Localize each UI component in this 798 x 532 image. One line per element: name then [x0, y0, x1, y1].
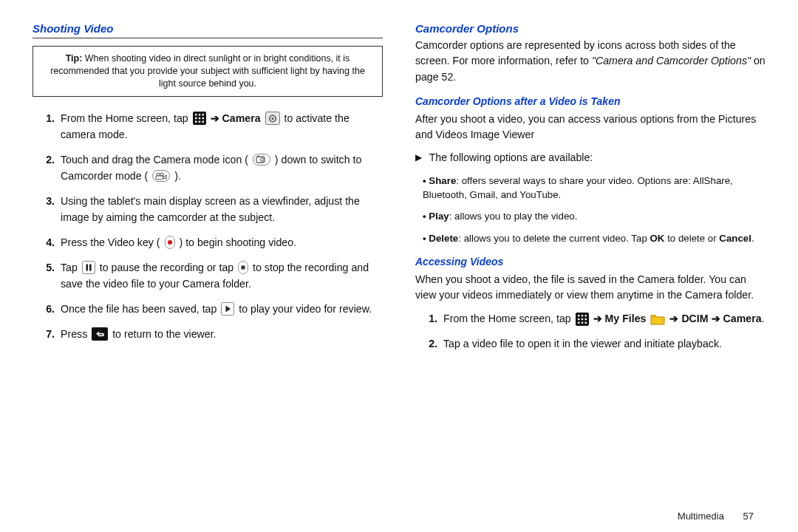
label: Share [429, 175, 456, 186]
text: Using the tablet's main display screen a… [61, 195, 360, 223]
svg-rect-16 [257, 155, 259, 157]
text: : allows you to play the video. [449, 211, 578, 222]
after-video-para: After you shoot a video, you can access … [415, 112, 765, 143]
heading-shooting-video: Shooting Video [33, 22, 383, 35]
svg-rect-9 [202, 120, 203, 122]
camera-mode-icon [253, 154, 270, 166]
text: From the Home screen, tap [443, 313, 574, 324]
arrow: ➔ [669, 313, 681, 324]
svg-point-12 [271, 117, 273, 120]
step-7: Press to return to the viewer. [58, 326, 383, 342]
back-key-icon [92, 327, 108, 341]
svg-rect-35 [581, 318, 582, 319]
stop-icon [238, 261, 248, 274]
text: Press the Video key ( [61, 236, 160, 248]
text: to delete or [664, 233, 719, 244]
accessing-steps: From the Home screen, tap ➔ My Files ➔ D… [415, 310, 765, 352]
option-delete: Delete: allows you to delete the current… [423, 231, 765, 245]
rule [33, 38, 383, 38]
step-3: Using the tablet's main display screen a… [58, 193, 383, 225]
heading-camcorder-options: Camcorder Options [415, 22, 765, 35]
step-4: Press the Video key ( ) to begin shootin… [58, 234, 383, 250]
svg-rect-13 [253, 154, 270, 165]
svg-rect-8 [198, 120, 200, 122]
svg-rect-34 [578, 318, 579, 319]
svg-rect-7 [195, 120, 197, 122]
svg-rect-25 [89, 264, 92, 270]
cancel-label: Cancel [719, 233, 751, 244]
svg-rect-37 [578, 321, 579, 323]
page: Shooting Video Tip: When shooting video … [0, 0, 798, 361]
option-play: Play: allows you to play the video. [423, 209, 765, 223]
page-footer: Multimedia 57 [678, 511, 754, 522]
svg-rect-5 [198, 117, 200, 119]
left-column: Shooting Video Tip: When shooting video … [33, 22, 383, 361]
pause-icon [82, 261, 95, 274]
svg-rect-32 [581, 315, 582, 316]
step-2: Touch and drag the Camera mode icon ( ) … [58, 151, 383, 184]
text: ). [174, 170, 181, 182]
svg-rect-6 [202, 117, 203, 119]
svg-point-22 [168, 240, 172, 245]
text: . [762, 313, 765, 324]
text: The following options are available: [429, 151, 593, 163]
play-icon [221, 302, 234, 316]
right-column: Camcorder Options Camcorder options are … [415, 22, 765, 361]
text: to return to the viewer. [112, 328, 216, 340]
svg-rect-40 [651, 315, 656, 317]
triangle-bullet-icon: ▶ [415, 151, 422, 164]
footer-page-number: 57 [743, 511, 754, 522]
svg-rect-33 [584, 315, 586, 316]
svg-rect-31 [578, 315, 579, 316]
text: Once the file has been saved, tap [61, 303, 219, 315]
step-1: From the Home screen, tap ➔ Camera to ac… [58, 110, 383, 143]
camcorder-options-para: Camcorder options are represented by ico… [415, 38, 765, 85]
text: ) to begin shooting video. [180, 236, 297, 248]
arrow: ➔ [712, 313, 723, 324]
folder-icon [650, 313, 665, 325]
svg-rect-39 [584, 321, 586, 323]
label: Play [429, 211, 449, 222]
svg-rect-4 [195, 117, 197, 119]
text: to play your video for review. [239, 303, 372, 315]
dcim-label: DCIM [681, 313, 708, 324]
step-6: Once the file has been saved, tap to pla… [58, 301, 383, 317]
ok-label: OK [649, 233, 664, 244]
myfiles-label: My Files [605, 313, 647, 324]
text: : offers several ways to share your vide… [423, 175, 733, 200]
text: Touch and drag the Camera mode icon ( [61, 154, 248, 166]
text: to pause the recording or tap [100, 262, 236, 273]
svg-rect-27 [242, 265, 245, 269]
camcorder-mode-icon [152, 170, 170, 182]
xref: "Camera and Camcorder Options" [592, 55, 751, 66]
svg-rect-36 [584, 318, 586, 319]
camera-label: Camera [222, 112, 261, 124]
arrow: ➔ [211, 112, 222, 124]
heading-after-video: Camcorder Options after a Video is Taken [415, 95, 765, 107]
apps-grid-icon [193, 112, 206, 125]
astep-2: Tap a video file to open it in the viewe… [440, 335, 765, 352]
record-key-icon [165, 236, 175, 249]
tip-body: When shooting video in direct sunlight o… [50, 53, 365, 89]
text: : allows you to delete the current video… [458, 233, 649, 244]
options-list: Share: offers several ways to share your… [415, 174, 765, 245]
svg-rect-3 [202, 114, 203, 115]
tip-label: Tip: [66, 53, 83, 64]
text: From the Home screen, tap [61, 112, 191, 124]
text: . [751, 233, 754, 244]
text: Tap [61, 262, 81, 273]
svg-rect-23 [82, 261, 95, 273]
astep-1: From the Home screen, tap ➔ My Files ➔ D… [440, 310, 765, 327]
svg-rect-38 [581, 321, 582, 323]
text: Tap a video file to open it in the viewe… [443, 338, 722, 349]
option-share: Share: offers several ways to share your… [423, 174, 765, 202]
arrow: ➔ [593, 313, 605, 324]
text: Press [61, 328, 90, 340]
svg-rect-24 [86, 264, 88, 270]
options-intro: ▶ The following options are available: [415, 150, 765, 166]
tip-box: Tip: When shooting video in direct sunli… [33, 46, 383, 97]
heading-accessing-videos: Accessing Videos [415, 256, 765, 267]
svg-rect-1 [195, 114, 197, 115]
camera-app-icon [265, 112, 280, 125]
accessing-para: When you shoot a video, the file is save… [415, 272, 765, 304]
